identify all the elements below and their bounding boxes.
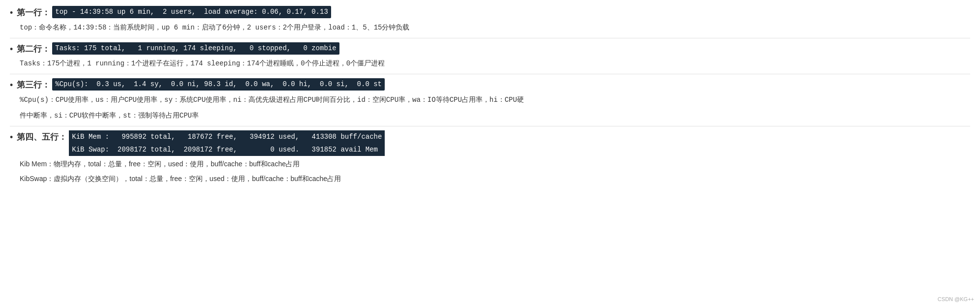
desc-row3-line2: 件中断率，si：CPU软件中断率，st：强制等待占用CPU率 bbox=[10, 110, 970, 122]
code-row4-line2: KiB Swap: 2098172 total, 2098172 free, 0… bbox=[69, 143, 385, 156]
bullet-3: • bbox=[10, 78, 13, 92]
bullet-2: • bbox=[10, 42, 13, 57]
desc-row3-line1: %Cpu(s)：CPU使用率，us：用户CPU使用率，sy：系统CPU使用率，n… bbox=[10, 94, 970, 106]
section-row1: • 第一行： top - 14:39:58 up 6 min, 2 users,… bbox=[10, 6, 970, 34]
separator-1 bbox=[10, 38, 970, 38]
bullet-1: • bbox=[10, 6, 13, 20]
bullet-4: • bbox=[10, 130, 13, 145]
label-row3: 第三行： bbox=[17, 78, 50, 92]
watermark: CSDN @KG++ bbox=[938, 296, 974, 302]
desc-row4-line1: Kib Mem：物理内存，total：总量，free：空闲，used：使用，bu… bbox=[10, 158, 970, 170]
section-row3: • 第三行： %Cpu(s): 0.3 us, 1.4 sy, 0.0 ni, … bbox=[10, 78, 970, 122]
section-row2: • 第二行： Tasks: 175 total, 1 running, 174 … bbox=[10, 42, 970, 70]
label-row4: 第四、五行： bbox=[17, 130, 67, 144]
label-row1: 第一行： bbox=[17, 6, 50, 19]
separator-2 bbox=[10, 74, 970, 74]
desc-row1: top：命令名称，14:39:58：当前系统时间，up 6 min：启动了6分钟… bbox=[10, 22, 970, 34]
row3-header: • 第三行： %Cpu(s): 0.3 us, 1.4 sy, 0.0 ni, … bbox=[10, 78, 970, 92]
code-row1: top - 14:39:58 up 6 min, 2 users, load a… bbox=[52, 6, 331, 18]
code-row2: Tasks: 175 total, 1 running, 174 sleepin… bbox=[52, 42, 339, 55]
section-row4: • 第四、五行： KiB Mem : 995892 total, 187672 … bbox=[10, 130, 970, 185]
code-row3: %Cpu(s): 0.3 us, 1.4 sy, 0.0 ni, 98.3 id… bbox=[52, 78, 385, 91]
code-row4-line1: KiB Mem : 995892 total, 187672 free, 394… bbox=[69, 130, 385, 143]
code-block-row4: KiB Mem : 995892 total, 187672 free, 394… bbox=[69, 130, 385, 156]
desc-row2: Tasks：175个进程，1 running：1个进程子在运行，174 slee… bbox=[10, 58, 970, 70]
row2-header: • 第二行： Tasks: 175 total, 1 running, 174 … bbox=[10, 42, 970, 57]
desc-row4-line2: KibSwap：虚拟内存（交换空间），total：总量，free：空闲，used… bbox=[10, 173, 970, 185]
row1-header: • 第一行： top - 14:39:58 up 6 min, 2 users,… bbox=[10, 6, 970, 20]
separator-3 bbox=[10, 126, 970, 126]
row4-header: • 第四、五行： KiB Mem : 995892 total, 187672 … bbox=[10, 130, 970, 156]
label-row2: 第二行： bbox=[17, 42, 50, 56]
